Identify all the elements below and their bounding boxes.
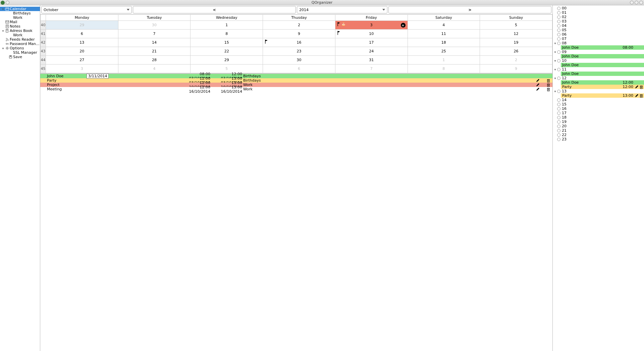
sidebar-item-birthdays[interactable]: Birthdays xyxy=(0,11,40,15)
day-cell[interactable]: 14 xyxy=(118,38,191,47)
hour-radio-icon[interactable] xyxy=(557,11,561,15)
hour-row[interactable]: 04 xyxy=(553,24,644,28)
day-cell[interactable]: 27 xyxy=(46,56,118,64)
day-cell[interactable]: 18 xyxy=(408,38,480,47)
hour-row[interactable]: ▾11 xyxy=(553,67,644,72)
hour-radio-icon[interactable] xyxy=(557,137,561,141)
hour-event[interactable]: John Doe xyxy=(561,54,644,58)
day-cell[interactable]: 30 xyxy=(118,21,191,30)
hour-radio-icon[interactable] xyxy=(557,50,561,54)
day-cell[interactable]: 12 xyxy=(480,30,552,38)
hour-event[interactable]: Party12:00 xyxy=(561,85,644,89)
day-cell[interactable]: 20 xyxy=(46,47,118,56)
hour-radio-icon[interactable] xyxy=(557,129,561,133)
hour-row[interactable]: 15 xyxy=(553,102,644,106)
hour-radio-icon[interactable] xyxy=(557,24,561,28)
hour-radio-icon[interactable] xyxy=(557,19,561,24)
edit-icon[interactable] xyxy=(635,85,639,89)
day-cell[interactable]: 29 xyxy=(46,21,118,30)
tree-expander-icon[interactable]: ▾ xyxy=(1,7,5,11)
next-button[interactable]: > xyxy=(388,6,551,13)
day-cell[interactable]: 26 xyxy=(480,47,552,56)
day-cell[interactable]: 1 xyxy=(408,56,480,64)
tree-expander-icon[interactable]: ▾ xyxy=(1,29,5,33)
hour-expander-icon[interactable]: ▾ xyxy=(553,50,557,54)
edit-icon[interactable] xyxy=(536,83,540,87)
day-cell[interactable]: 29 xyxy=(191,56,263,64)
hour-row[interactable]: ▾12 xyxy=(553,76,644,80)
hour-row[interactable]: 23 xyxy=(553,137,644,141)
hour-row[interactable]: ▾08 xyxy=(553,41,644,45)
minimize-button[interactable] xyxy=(630,1,634,4)
hour-radio-icon[interactable] xyxy=(557,133,561,137)
sidebar-item-work[interactable]: Work xyxy=(0,33,40,37)
delete-icon[interactable] xyxy=(546,87,550,91)
hour-row[interactable]: 03 xyxy=(553,19,644,24)
hour-row[interactable]: 14 xyxy=(553,98,644,102)
day-cell[interactable]: 2 xyxy=(263,21,335,30)
hour-expander-icon[interactable]: ▾ xyxy=(553,68,557,71)
hour-row[interactable]: 20 xyxy=(553,124,644,128)
day-cell[interactable]: 6 xyxy=(263,64,335,73)
day-cell[interactable]: 6 xyxy=(46,30,118,38)
day-cell[interactable]: 23 xyxy=(263,47,335,56)
maximize-button[interactable] xyxy=(635,1,638,4)
week-number-cell[interactable]: 44 xyxy=(41,56,46,64)
day-cell[interactable]: 13 xyxy=(46,38,118,47)
hour-row[interactable]: 02 xyxy=(553,15,644,19)
day-cell[interactable]: 24 xyxy=(335,47,408,56)
hour-event[interactable]: Party13:00 xyxy=(561,93,644,98)
day-cell[interactable]: 22 xyxy=(191,47,263,56)
day-cell[interactable]: 3🎂+ xyxy=(335,21,408,30)
hour-row[interactable]: ▾09 xyxy=(553,50,644,54)
hour-row[interactable]: 05 xyxy=(553,28,644,32)
hour-radio-icon[interactable] xyxy=(557,120,561,124)
hour-radio-icon[interactable] xyxy=(557,116,561,120)
prev-button[interactable]: < xyxy=(133,6,296,13)
hour-row[interactable]: 17 xyxy=(553,111,644,115)
hour-row[interactable]: ▾10 xyxy=(553,58,644,63)
hour-radio-icon[interactable] xyxy=(557,68,561,72)
sidebar-item-adress-book[interactable]: ▾Adress Book xyxy=(0,29,40,33)
sidebar-item-calendar[interactable]: ▾Calendar xyxy=(0,7,40,11)
day-cell[interactable]: 25 xyxy=(408,47,480,56)
day-cell[interactable]: 9 xyxy=(480,64,552,73)
day-cell[interactable]: 31 xyxy=(335,56,408,64)
hour-row[interactable]: 00 xyxy=(553,6,644,10)
hour-expander-icon[interactable]: ▾ xyxy=(553,59,557,62)
close-button[interactable] xyxy=(639,1,643,4)
day-cell[interactable]: 17 xyxy=(335,38,408,47)
month-select[interactable]: October xyxy=(41,6,132,13)
day-cell[interactable]: 2 xyxy=(480,56,552,64)
hour-event[interactable]: John Doe08:00 xyxy=(561,45,644,50)
day-cell[interactable]: 3 xyxy=(46,64,118,73)
event-row[interactable]: John Doe08:00 03/10/201412:00 03/10/2014… xyxy=(40,74,552,78)
day-cell[interactable]: 10 xyxy=(335,30,408,38)
sidebar-item-ssl-manager[interactable]: SSL Manager xyxy=(0,50,40,55)
week-number-cell[interactable]: 45 xyxy=(41,64,46,73)
day-cell[interactable]: 19 xyxy=(480,38,552,47)
day-cell[interactable]: 11 xyxy=(408,30,480,38)
day-cell[interactable]: 5 xyxy=(480,21,552,30)
hour-expander-icon[interactable]: ▾ xyxy=(553,90,557,93)
hour-row[interactable]: 21 xyxy=(553,128,644,133)
hour-radio-icon[interactable] xyxy=(557,107,561,111)
sidebar-item-options[interactable]: ▾Options xyxy=(0,46,40,50)
delete-icon[interactable] xyxy=(639,94,643,98)
hour-expander-icon[interactable]: ▾ xyxy=(553,42,557,45)
delete-icon[interactable] xyxy=(546,83,550,87)
week-number-cell[interactable]: 41 xyxy=(41,30,46,38)
hour-radio-icon[interactable] xyxy=(557,89,561,93)
hour-row[interactable]: 18 xyxy=(553,115,644,120)
hour-radio-icon[interactable] xyxy=(557,37,561,41)
day-cell[interactable]: 8 xyxy=(408,64,480,73)
hour-radio-icon[interactable] xyxy=(557,15,561,19)
day-cell[interactable]: 30 xyxy=(263,56,335,64)
delete-icon[interactable] xyxy=(639,85,643,89)
hour-radio-icon[interactable] xyxy=(557,41,561,45)
day-cell[interactable]: 15 xyxy=(191,38,263,47)
day-cell[interactable]: 4 xyxy=(408,21,480,30)
event-row[interactable]: Project12:00 10/10/201413:00 10/10/2014W… xyxy=(40,83,552,87)
hour-radio-icon[interactable] xyxy=(557,124,561,128)
hour-expander-icon[interactable]: ▾ xyxy=(553,77,557,80)
